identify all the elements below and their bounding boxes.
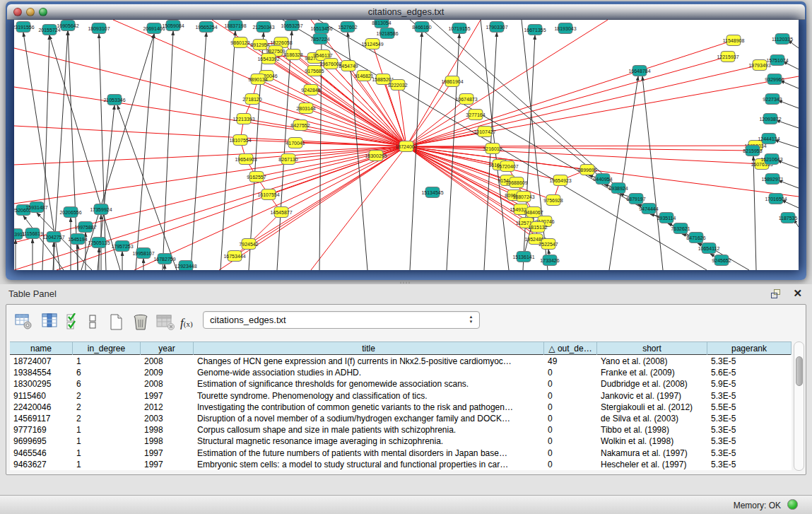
scrollbar-thumb[interactable] (796, 356, 803, 386)
table-cell[interactable]: 0 (544, 436, 597, 447)
table-cell[interactable]: Tourette syndrome. Phenomenology and cla… (194, 390, 544, 402)
column-header-name[interactable]: name (10, 342, 73, 355)
delete-column-icon[interactable] (156, 313, 176, 332)
table-cell[interactable]: 2 (73, 390, 141, 402)
table-cell[interactable]: 5.6E-5 (707, 367, 792, 378)
splitter-grip-icon[interactable] (400, 281, 410, 284)
table-cell[interactable]: 0 (544, 413, 597, 424)
table-cell[interactable]: Structural magnetic resonance image aver… (194, 436, 544, 447)
table-cell[interactable]: Wolkin et al. (1998) (597, 436, 707, 447)
function-builder-icon[interactable]: f(x) (180, 316, 200, 334)
table-cell[interactable]: 1 (73, 356, 141, 367)
table-cell[interactable]: 1 (73, 436, 141, 447)
table-selector-dropdown[interactable]: citations_edges.txt ▲▼ (203, 311, 480, 329)
table-cell[interactable]: 49 (544, 356, 597, 367)
table-cell[interactable]: 5.5E-5 (707, 402, 792, 413)
table-cell[interactable]: 2 (73, 413, 141, 424)
table-cell[interactable]: Tibbo et al. (1998) (597, 424, 707, 436)
column-header-out_de[interactable]: △ out_de… (544, 342, 597, 355)
column-header-year[interactable]: year (141, 342, 194, 355)
table-cell[interactable]: 0 (544, 378, 597, 390)
column-header-short[interactable]: short (597, 342, 707, 355)
table-row[interactable]: 1938455462009Genome-wide association stu… (10, 367, 792, 378)
table-cell[interactable]: 1998 (141, 436, 194, 447)
table-cell[interactable]: Hescheler et al. (1997) (597, 459, 707, 470)
table-cell[interactable]: Jankovic et al. (1997) (597, 390, 707, 402)
table-cell[interactable]: 9465546 (10, 448, 73, 459)
table-cell[interactable]: 5.3E-5 (707, 448, 792, 459)
table-cell[interactable]: Dudbridge et al. (2008) (597, 378, 707, 390)
table-cell[interactable]: 14569117 (10, 413, 73, 424)
table-cell[interactable]: Stergiakouli et al. (2012) (597, 402, 707, 413)
table-cell[interactable]: 0 (544, 402, 597, 413)
table-cell[interactable]: Embryonic stem cells: a model to study s… (194, 459, 544, 470)
table-cell[interactable]: Disruption of a novel member of a sodium… (194, 413, 544, 424)
table-cell[interactable]: Estimation of the future numbers of pati… (194, 448, 544, 459)
table-cell[interactable]: 5.3E-5 (707, 390, 792, 402)
table-cell[interactable]: 1 (73, 448, 141, 459)
table-cell[interactable]: 5.3E-5 (707, 356, 792, 367)
table-cell[interactable]: Estimation of significance thresholds fo… (194, 378, 544, 390)
table-cell[interactable]: 9115460 (10, 390, 73, 402)
float-panel-icon[interactable] (771, 289, 782, 299)
table-cell[interactable]: 0 (544, 367, 597, 378)
table-cell[interactable]: 2008 (141, 378, 194, 390)
window-titlebar[interactable]: citations_edges.txt (7, 4, 805, 20)
table-row[interactable]: 946554611997Estimation of the future num… (10, 448, 792, 459)
new-document-icon[interactable] (108, 313, 128, 332)
memory-status-icon[interactable] (787, 499, 798, 510)
table-cell[interactable]: 5.3E-5 (707, 413, 792, 424)
table-row[interactable]: 1830029562008Estimation of significance … (10, 378, 792, 390)
select-columns-icon[interactable] (42, 313, 61, 332)
table-cell[interactable]: 5.3E-5 (707, 436, 792, 447)
table-row[interactable]: 911546021997Tourette syndrome. Phenomeno… (10, 390, 792, 402)
table-cell[interactable]: 9463627 (10, 459, 73, 470)
select-all-icon[interactable] (66, 313, 86, 332)
table-cell[interactable]: 1998 (141, 424, 194, 436)
table-cell[interactable]: 18300295 (10, 378, 73, 390)
table-cell[interactable]: 0 (544, 424, 597, 436)
table-cell[interactable]: 1 (73, 459, 141, 470)
table-cell[interactable]: 1997 (141, 448, 194, 459)
table-cell[interactable]: Franke et al. (2009) (597, 367, 707, 378)
table-cell[interactable]: 19384554 (10, 367, 73, 378)
table-cell[interactable]: 2 (73, 402, 141, 413)
table-cell[interactable]: 5.3E-5 (707, 424, 792, 436)
table-settings-icon[interactable] (15, 313, 35, 332)
table-cell[interactable]: 9699695 (10, 436, 73, 447)
table-cell[interactable]: Genome-wide association studies in ADHD. (194, 367, 544, 378)
table-cell[interactable]: de Silva et al. (2003) (597, 413, 707, 424)
table-row[interactable]: 969969511998Structural magnetic resonanc… (10, 436, 792, 447)
table-cell[interactable]: 6 (73, 367, 141, 378)
table-cell[interactable]: 1 (73, 424, 141, 436)
table-row[interactable]: 977716911998Corpus callosum shape and si… (10, 424, 792, 436)
table-row[interactable]: 1872400712008Changes of HCN gene express… (10, 356, 792, 367)
table-cell[interactable]: 6 (73, 378, 141, 390)
table-cell[interactable]: 18724007 (10, 356, 73, 367)
table-cell[interactable]: 5.3E-5 (707, 459, 792, 470)
column-header-pagerank[interactable]: pagerank (707, 342, 792, 355)
table-row[interactable]: 1456911722003Disruption of a novel membe… (10, 413, 792, 424)
table-cell[interactable]: 2012 (141, 402, 194, 413)
table-row[interactable]: 946362711997Embryonic stem cells: a mode… (10, 459, 792, 470)
table-cell[interactable]: Investigating the contribution of common… (194, 402, 544, 413)
table-cell[interactable]: 1997 (141, 459, 194, 470)
row-height-icon[interactable] (87, 313, 107, 332)
table-cell[interactable]: Corpus callosum shape and size in male p… (194, 424, 544, 436)
column-header-in_degree[interactable]: in_degree (73, 342, 141, 355)
close-panel-icon[interactable]: ✕ (793, 287, 802, 300)
table-cell[interactable]: 2008 (141, 356, 194, 367)
network-canvas[interactable]: 1872400718300295986012389129541822605898… (14, 20, 799, 270)
table-cell[interactable]: 2003 (141, 413, 194, 424)
table-cell[interactable]: Changes of HCN gene expression and I(f) … (194, 356, 544, 367)
table-cell[interactable]: Nakamura et al. (1997) (597, 448, 707, 459)
table-cell[interactable]: Yano et al. (2008) (597, 356, 707, 367)
table-cell[interactable]: 1997 (141, 390, 194, 402)
table-cell[interactable]: 0 (544, 390, 597, 402)
table-row[interactable]: 2242004622012Investigating the contribut… (10, 402, 792, 413)
table-cell[interactable]: 2009 (141, 367, 194, 378)
delete-table-icon[interactable] (132, 313, 152, 332)
table-cell[interactable]: 0 (544, 448, 597, 459)
vertical-scrollbar[interactable] (794, 341, 804, 471)
table-cell[interactable]: 0 (544, 459, 597, 470)
